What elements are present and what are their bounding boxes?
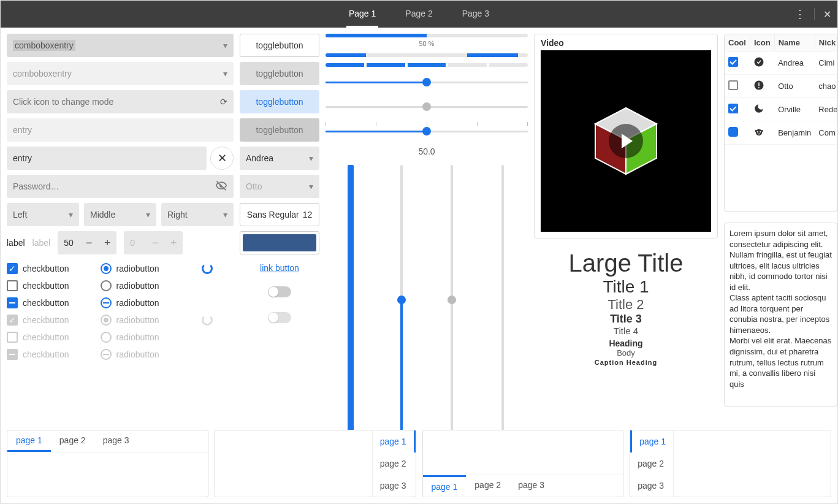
video-card: Video (534, 34, 718, 239)
tab-page1[interactable]: page 1 (7, 430, 51, 452)
progressbar-2 (326, 53, 528, 57)
scale-horizontal[interactable] (326, 73, 528, 91)
video-player[interactable] (541, 50, 711, 232)
combobox-andrea[interactable]: Andrea▾ (240, 147, 319, 170)
minus-icon[interactable]: − (80, 237, 98, 250)
spinbutton-disabled: 0 − + (124, 231, 183, 254)
tab-page3[interactable]: page 3 (630, 475, 673, 497)
align-left-combo[interactable]: Left▾ (7, 203, 79, 226)
checkbutton-indeterminate[interactable]: checkbutton (7, 297, 94, 308)
header-tab-page3[interactable]: Page 3 (460, 1, 492, 28)
radiobutton-indeterminate[interactable]: radiobutton (101, 297, 196, 308)
svg-point-10 (755, 130, 757, 132)
textview-card[interactable]: Lorem ipsum dolor sit amet, consectetur … (724, 223, 837, 407)
switch-off[interactable] (268, 286, 291, 297)
levelbar-segmented (326, 63, 528, 67)
tab-page1[interactable]: page 1 (630, 430, 673, 452)
title-1: Title 1 (540, 277, 712, 297)
tab-page3[interactable]: page 3 (509, 475, 553, 497)
tab-page2[interactable]: page 2 (373, 452, 416, 475)
col-cool[interactable]: Cool (725, 34, 750, 52)
row-checkbox[interactable] (728, 104, 738, 113)
color-button[interactable] (240, 231, 319, 254)
svg-rect-5 (759, 83, 760, 86)
sliders-column: 50 % (326, 34, 528, 430)
combobox-entry-disabled: comboboxentry ▾ (7, 62, 234, 85)
scale-horizontal-marks[interactable] (326, 122, 528, 140)
radiobutton-unselected[interactable]: radiobutton (101, 280, 196, 291)
tab-page2[interactable]: page 2 (51, 430, 94, 452)
plus-icon[interactable]: + (98, 237, 116, 250)
large-title: Large Title (540, 250, 712, 277)
col-nick[interactable]: Nick (815, 34, 837, 52)
entry-disabled: entry (7, 118, 234, 142)
typography-sample: Large Title Title 1 Title 2 Title 3 Titl… (534, 243, 718, 372)
radiobutton-selected[interactable]: radiobutton (101, 263, 196, 274)
notebook-bottom-tabs: page 1 page 2 page 3 (422, 430, 624, 497)
media-column: Video Large Title Title 1 Title 2 Title … (534, 34, 718, 430)
align-right-combo[interactable]: Right▾ (161, 203, 234, 226)
link-button[interactable]: link button (240, 259, 319, 277)
tab-page2[interactable]: page 2 (466, 475, 509, 497)
mode-entry[interactable]: ⟳ (7, 90, 234, 113)
svg-point-11 (761, 130, 763, 132)
notebooks-row: page 1 page 2 page 3 page 1 page 2 page … (1, 430, 837, 503)
checkbutton-unchecked[interactable]: checkbutton (7, 280, 94, 291)
widgets-column-left: comboboxentry ▾ comboboxentry ▾ ⟳ entry … (7, 34, 234, 430)
row-checkbox[interactable] (728, 80, 738, 90)
tab-page1[interactable]: page 1 (373, 430, 416, 452)
radiobutton-selected-disabled: radiobutton (101, 315, 196, 326)
togglebutton-flat[interactable]: togglebutton (240, 62, 319, 85)
col-icon[interactable]: Icon (750, 34, 774, 52)
row-nick: Com (815, 121, 837, 145)
password-field[interactable] (7, 175, 234, 198)
font-button[interactable]: Sans Regular12 (240, 203, 319, 226)
spinbutton[interactable]: 50 − + (58, 231, 116, 254)
table-row[interactable]: Otto chao (725, 75, 837, 98)
combobox-entry[interactable]: comboboxentry ▾ (7, 34, 234, 57)
close-icon[interactable]: ✕ (823, 9, 831, 20)
header-tab-page1[interactable]: Page 1 (346, 1, 378, 28)
progressbar-1 (326, 34, 528, 37)
play-icon[interactable] (609, 124, 643, 158)
title-3: Title 3 (540, 313, 712, 326)
scale-vertical-1[interactable] (392, 165, 411, 430)
tab-page2[interactable]: page 2 (630, 452, 673, 475)
checkbutton-unchecked-disabled: checkbutton (7, 332, 94, 343)
checkbutton-checked[interactable]: ✓checkbutton (7, 263, 94, 274)
scale-horizontal-disabled (326, 97, 528, 116)
table-row[interactable]: Orville Rede (725, 98, 837, 121)
label: label (7, 238, 25, 248)
visibility-off-icon[interactable] (215, 180, 227, 194)
radiobutton-indeterminate-disabled: radiobutton (101, 349, 196, 360)
table-row[interactable]: Andrea Cimi (725, 52, 837, 75)
svg-point-7 (756, 129, 763, 136)
header-bar: Page 1 Page 2 Page 3 ⋮ ✕ (1, 1, 837, 28)
treeview-table[interactable]: Cool Icon Name Nick Andrea Cimi Otto cha… (725, 34, 837, 145)
table-row[interactable]: Benjamin Com (725, 121, 837, 145)
scale-vertical-marks[interactable] (493, 165, 512, 430)
togglebutton-raised[interactable]: togglebutton (240, 34, 319, 57)
togglebutton-active[interactable]: togglebutton (240, 90, 319, 113)
chevron-down-icon: ▾ (223, 40, 227, 50)
svg-rect-6 (759, 87, 760, 88)
header-tab-page2[interactable]: Page 2 (403, 1, 435, 28)
data-column: Cool Icon Name Nick Andrea Cimi Otto cha… (724, 34, 837, 430)
clear-button[interactable]: ✕ (210, 147, 234, 170)
menu-icon[interactable]: ⋮ (794, 7, 806, 21)
tab-page1[interactable]: page 1 (423, 475, 467, 497)
row-checkbox[interactable] (728, 127, 738, 137)
tab-page3[interactable]: page 3 (373, 475, 416, 497)
radiobutton-unselected-disabled: radiobutton (101, 332, 196, 343)
divider (814, 8, 815, 20)
row-checkbox[interactable] (728, 57, 738, 67)
row-icon (750, 98, 774, 121)
col-name[interactable]: Name (774, 34, 815, 52)
entry-field[interactable] (7, 147, 207, 170)
tab-page3[interactable]: page 3 (94, 430, 138, 452)
refresh-icon[interactable]: ⟳ (220, 97, 227, 107)
svg-point-8 (757, 131, 758, 132)
align-middle-combo[interactable]: Middle▾ (84, 203, 156, 226)
row-name: Otto (774, 75, 815, 98)
scrollbar-vertical[interactable] (341, 165, 360, 430)
